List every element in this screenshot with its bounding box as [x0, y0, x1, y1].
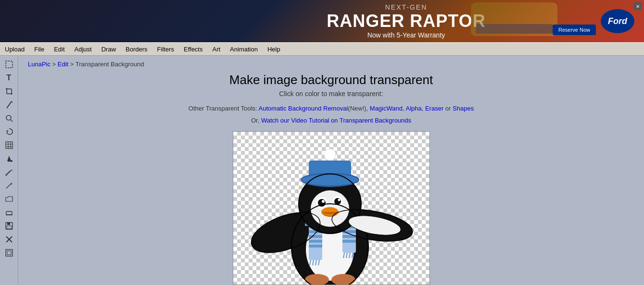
select-tool[interactable] [3, 58, 15, 71]
content-area: LunaPic > Edit > Transparent Background … [18, 56, 644, 285]
frame-tool[interactable] [3, 247, 15, 259]
svg-point-70 [338, 199, 340, 201]
penguin-image[interactable] [233, 132, 429, 285]
svg-point-19 [5, 174, 7, 176]
svg-rect-44 [309, 240, 322, 243]
pen-tool[interactable] [3, 179, 15, 192]
top-section: LUNAPIC NEXT-GEN RANGER RAPTOR Now with … [0, 0, 644, 42]
breadcrumb-lunapic[interactable]: LunaPic [28, 61, 51, 68]
svg-rect-12 [6, 142, 13, 149]
breadcrumb-current: Transparent Background [76, 61, 144, 68]
svg-rect-27 [7, 226, 12, 229]
video-row: Or, Watch our Video Tutorial on Transpar… [251, 117, 411, 124]
shapes-link[interactable]: Shapes [453, 105, 474, 112]
menu-help[interactable]: Help [263, 44, 285, 54]
svg-point-9 [6, 115, 11, 120]
svg-rect-23 [6, 211, 12, 215]
svg-point-73 [331, 274, 355, 285]
dropper-tool[interactable] [3, 166, 15, 178]
video-tutorial-link[interactable]: Watch our Video Tutorial on Transparent … [261, 117, 411, 124]
menu-filters[interactable]: Filters [152, 44, 179, 54]
menu-adjust[interactable]: Adjust [70, 44, 97, 54]
svg-rect-45 [309, 245, 322, 248]
svg-point-64 [324, 149, 336, 161]
eraser-link[interactable]: Eraser [425, 105, 443, 112]
left-toolbar: T [0, 56, 18, 285]
reserve-button[interactable]: Reserve Now [553, 25, 596, 35]
zoom-tool[interactable] [3, 112, 15, 124]
ad-content: NEXT-GEN RANGER RAPTOR Now with 5-Year W… [327, 3, 485, 39]
rotate-tool[interactable] [3, 125, 15, 138]
svg-rect-30 [6, 249, 13, 256]
menu-file[interactable]: File [29, 44, 49, 54]
menu-effects[interactable]: Effects [179, 44, 208, 54]
menu-edit[interactable]: Edit [49, 44, 69, 54]
svg-rect-31 [7, 251, 11, 255]
open-tool[interactable] [3, 193, 15, 205]
svg-rect-54 [342, 240, 356, 243]
breadcrumb-sep2: > [68, 61, 76, 68]
svg-point-17 [11, 160, 13, 162]
menubar: Upload File Edit Adjust Draw Borders Fil… [0, 42, 644, 56]
ad-close-button[interactable]: ✕ [634, 2, 642, 10]
svg-line-21 [6, 184, 11, 188]
svg-line-10 [11, 120, 13, 122]
pencil-tool[interactable] [3, 99, 15, 111]
magic-wand-link[interactable]: MagicWand [370, 105, 403, 112]
breadcrumb-edit[interactable]: Edit [58, 61, 68, 68]
menu-animation[interactable]: Animation [225, 44, 263, 54]
svg-point-67 [322, 200, 325, 203]
menu-borders[interactable]: Borders [121, 44, 152, 54]
text-tool[interactable]: T [3, 72, 15, 84]
ford-logo: Ford [601, 9, 634, 33]
tools-prefix: Other Transparent Tools: [189, 105, 259, 112]
menu-draw[interactable]: Draw [97, 44, 121, 54]
svg-line-7 [7, 101, 12, 108]
svg-line-18 [7, 171, 11, 174]
tools-row: Other Transparent Tools: Automatic Backg… [189, 105, 474, 112]
page-subtitle: Click on color to make transparent: [279, 90, 383, 98]
svg-marker-22 [11, 183, 13, 185]
svg-marker-20 [11, 169, 13, 171]
erase-tool[interactable] [3, 206, 15, 219]
ad-title: RANGER RAPTOR [327, 11, 485, 31]
fill-tool[interactable] [3, 152, 15, 165]
svg-marker-11 [7, 130, 9, 132]
ad-subtitle: Now with 5-Year Warranty [327, 31, 485, 39]
breadcrumb: LunaPic > Edit > Transparent Background [28, 61, 634, 68]
menu-upload[interactable]: Upload [0, 44, 29, 54]
crop-tool[interactable] [3, 85, 15, 98]
tools-new: (New!), [348, 105, 370, 112]
svg-rect-2 [6, 61, 13, 68]
image-container[interactable] [233, 131, 430, 285]
video-prefix: Or, [251, 117, 261, 124]
ad-tagline: NEXT-GEN [327, 3, 485, 11]
ad-banner: NEXT-GEN RANGER RAPTOR Now with 5-Year W… [0, 0, 644, 42]
main-wrapper: T [0, 56, 644, 285]
save-tool[interactable] [3, 220, 15, 232]
svg-rect-62 [309, 161, 351, 182]
menu-art[interactable]: Art [207, 44, 225, 54]
alpha-link[interactable]: Alpha [405, 105, 421, 112]
page-title: Make image background transparent [229, 73, 433, 87]
grid-tool[interactable] [3, 139, 15, 151]
breadcrumb-sep1: > [51, 61, 58, 68]
svg-rect-26 [7, 223, 10, 225]
auto-bg-removal-link[interactable]: Automatic Background Removal [259, 105, 348, 112]
close-tool[interactable] [3, 233, 15, 246]
